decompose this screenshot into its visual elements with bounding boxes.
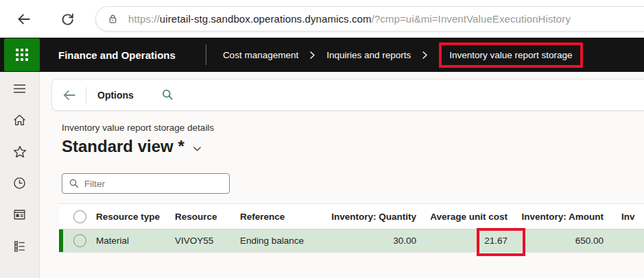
col-header-truncated[interactable]: Inv — [609, 212, 644, 222]
home-icon[interactable] — [12, 113, 27, 127]
modules-icon[interactable] — [12, 239, 27, 253]
breadcrumb-inventory-value-report-storage[interactable]: Inventory value report storage — [439, 42, 582, 68]
col-header-resource[interactable]: Resource — [175, 212, 240, 222]
app-header-bar: Finance and Operations Cost management I… — [0, 38, 644, 72]
browser-refresh-icon[interactable] — [60, 12, 75, 26]
favorites-star-icon[interactable] — [12, 144, 27, 159]
cell-inventory-quantity: 30.00 — [317, 236, 422, 246]
workspaces-icon[interactable] — [12, 207, 27, 222]
cell-reference: Ending balance — [240, 236, 317, 246]
product-title: Finance and Operations — [58, 49, 176, 61]
cell-resource-type: Material — [96, 236, 175, 246]
view-selector[interactable]: Standard view * — [62, 137, 202, 156]
search-icon[interactable] — [161, 88, 174, 101]
url-scheme: https:// — [128, 13, 160, 25]
back-arrow-icon[interactable] — [62, 88, 77, 103]
cell-resource: VIVOY55 — [175, 236, 240, 246]
chevron-right-icon — [420, 51, 429, 60]
app-launcher-button[interactable] — [4, 38, 40, 71]
breadcrumb-cost-management[interactable]: Cost management — [222, 47, 300, 63]
col-header-resource-type[interactable]: Resource type — [96, 212, 175, 222]
url-host: uiretail-stg.sandbox.operations.dynamics… — [160, 13, 372, 25]
row-checkbox[interactable] — [73, 234, 86, 247]
url-text: https://uiretail-stg.sandbox.operations.… — [128, 13, 571, 25]
recent-clock-icon[interactable] — [12, 176, 27, 190]
chevron-right-icon — [308, 51, 317, 60]
breadcrumb-inquiries-and-reports[interactable]: Inquiries and reports — [325, 47, 412, 63]
cell-inventory-amount: 650.00 — [513, 236, 609, 246]
lock-icon[interactable] — [107, 13, 119, 25]
col-header-inventory-quantity[interactable]: Inventory: Quantity — [317, 212, 422, 222]
red-highlight-annotation — [477, 228, 525, 256]
data-grid: Resource type Resource Reference Invento… — [59, 203, 644, 253]
hamburger-menu-icon[interactable] — [12, 81, 27, 96]
browser-address-bar[interactable]: https://uiretail-stg.sandbox.operations.… — [95, 6, 644, 31]
dynamics365-window: https://uiretail-stg.sandbox.operations.… — [0, 0, 644, 278]
main-content: Options Inventory value report storage d… — [40, 72, 644, 278]
nav-rail — [0, 72, 40, 278]
url-path: /?cmp=ui&mi=InventValueExecutionHistory — [372, 13, 571, 25]
options-menu-button[interactable]: Options — [97, 90, 134, 101]
browser-back-icon[interactable] — [16, 12, 32, 27]
browser-toolbar: https://uiretail-stg.sandbox.operations.… — [0, 0, 644, 38]
command-bar: Options — [51, 79, 644, 111]
col-header-reference[interactable]: Reference — [240, 212, 317, 222]
chevron-down-icon — [192, 144, 202, 154]
appbar-divider — [206, 45, 206, 65]
view-title-text: Standard view * — [62, 137, 184, 156]
page-caption: Inventory value report storage details — [62, 123, 214, 133]
table-row[interactable]: Material VIVOY55 Ending balance 30.00 21… — [59, 229, 644, 253]
waffle-icon — [16, 49, 28, 61]
grid-filter — [62, 173, 230, 194]
filter-input[interactable] — [84, 179, 229, 189]
command-bar-divider — [86, 87, 86, 103]
col-header-average-unit-cost[interactable]: Average unit cost — [422, 212, 513, 222]
grid-header-row: Resource type Resource Reference Invento… — [59, 203, 644, 229]
search-icon — [69, 178, 80, 189]
col-header-inventory-amount[interactable]: Inventory: Amount — [513, 212, 609, 222]
select-all-checkbox[interactable] — [73, 210, 86, 223]
breadcrumb: Cost management Inquiries and reports In… — [222, 42, 583, 68]
